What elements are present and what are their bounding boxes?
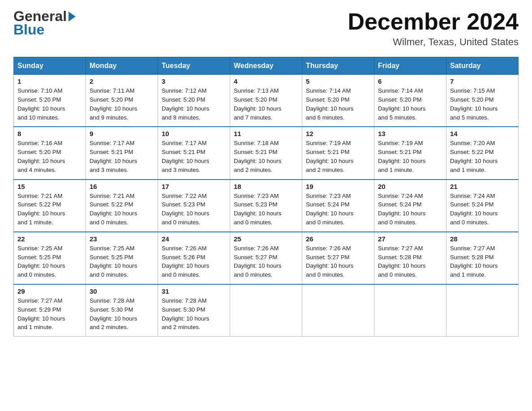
day-number: 7: [450, 77, 515, 85]
day-number: 24: [162, 235, 226, 243]
day-info: Sunrise: 7:10 AM Sunset: 5:20 PM Dayligh…: [17, 86, 82, 122]
day-info: Sunrise: 7:17 AM Sunset: 5:21 PM Dayligh…: [90, 139, 154, 174]
calendar-cell: 13 Sunrise: 7:19 AM Sunset: 5:21 PM Dayl…: [374, 127, 446, 179]
calendar-week-row: 15 Sunrise: 7:21 AM Sunset: 5:22 PM Dayl…: [14, 180, 519, 232]
day-info: Sunrise: 7:22 AM Sunset: 5:23 PM Dayligh…: [162, 192, 226, 227]
col-saturday: Saturday: [446, 57, 519, 75]
location-title: Wilmer, Texas, United States: [348, 36, 519, 48]
logo-blue-text: Blue: [13, 22, 76, 37]
calendar-cell: 17 Sunrise: 7:22 AM Sunset: 5:23 PM Dayl…: [158, 180, 230, 232]
col-monday: Monday: [86, 57, 158, 75]
day-number: 31: [162, 287, 226, 295]
calendar-cell: 14 Sunrise: 7:20 AM Sunset: 5:22 PM Dayl…: [446, 127, 519, 179]
day-number: 17: [162, 183, 226, 190]
day-number: 23: [90, 235, 154, 243]
calendar-cell: 15 Sunrise: 7:21 AM Sunset: 5:22 PM Dayl…: [14, 180, 86, 232]
month-title: December 2024: [348, 9, 519, 34]
calendar-cell: 26 Sunrise: 7:26 AM Sunset: 5:27 PM Dayl…: [302, 232, 374, 284]
calendar-cell: [446, 284, 519, 337]
logo: General Blue: [13, 9, 76, 37]
calendar-header-row: Sunday Monday Tuesday Wednesday Thursday…: [14, 57, 519, 75]
calendar-cell: 7 Sunrise: 7:15 AM Sunset: 5:20 PM Dayli…: [446, 75, 519, 127]
calendar-cell: 10 Sunrise: 7:17 AM Sunset: 5:21 PM Dayl…: [158, 127, 230, 179]
calendar-cell: 18 Sunrise: 7:23 AM Sunset: 5:23 PM Dayl…: [230, 180, 302, 232]
day-number: 9: [90, 130, 154, 137]
day-number: 4: [234, 77, 298, 85]
day-info: Sunrise: 7:21 AM Sunset: 5:22 PM Dayligh…: [90, 192, 154, 227]
calendar-cell: 22 Sunrise: 7:25 AM Sunset: 5:25 PM Dayl…: [14, 232, 86, 284]
calendar-cell: 30 Sunrise: 7:28 AM Sunset: 5:30 PM Dayl…: [86, 284, 158, 337]
day-info: Sunrise: 7:19 AM Sunset: 5:21 PM Dayligh…: [306, 139, 370, 174]
calendar-cell: 8 Sunrise: 7:16 AM Sunset: 5:20 PM Dayli…: [14, 127, 86, 179]
day-number: 28: [450, 235, 515, 243]
day-info: Sunrise: 7:13 AM Sunset: 5:20 PM Dayligh…: [234, 86, 298, 122]
day-number: 5: [306, 77, 370, 85]
day-info: Sunrise: 7:14 AM Sunset: 5:20 PM Dayligh…: [378, 86, 442, 122]
calendar-cell: 11 Sunrise: 7:18 AM Sunset: 5:21 PM Dayl…: [230, 127, 302, 179]
col-tuesday: Tuesday: [158, 57, 230, 75]
calendar-cell: 1 Sunrise: 7:10 AM Sunset: 5:20 PM Dayli…: [14, 75, 86, 127]
calendar-cell: 19 Sunrise: 7:23 AM Sunset: 5:24 PM Dayl…: [302, 180, 374, 232]
day-number: 21: [450, 183, 515, 190]
day-info: Sunrise: 7:28 AM Sunset: 5:30 PM Dayligh…: [162, 296, 226, 332]
calendar-cell: 6 Sunrise: 7:14 AM Sunset: 5:20 PM Dayli…: [374, 75, 446, 127]
day-info: Sunrise: 7:27 AM Sunset: 5:28 PM Dayligh…: [378, 244, 442, 279]
calendar-cell: 12 Sunrise: 7:19 AM Sunset: 5:21 PM Dayl…: [302, 127, 374, 179]
day-number: 26: [306, 235, 370, 243]
calendar-cell: 3 Sunrise: 7:12 AM Sunset: 5:20 PM Dayli…: [158, 75, 230, 127]
col-wednesday: Wednesday: [230, 57, 302, 75]
calendar-cell: 29 Sunrise: 7:27 AM Sunset: 5:29 PM Dayl…: [14, 284, 86, 337]
day-number: 2: [90, 77, 154, 85]
day-info: Sunrise: 7:24 AM Sunset: 5:24 PM Dayligh…: [450, 192, 515, 227]
day-info: Sunrise: 7:18 AM Sunset: 5:21 PM Dayligh…: [234, 139, 298, 174]
day-info: Sunrise: 7:25 AM Sunset: 5:25 PM Dayligh…: [90, 244, 154, 279]
calendar-cell: 2 Sunrise: 7:11 AM Sunset: 5:20 PM Dayli…: [86, 75, 158, 127]
day-number: 8: [17, 130, 82, 137]
day-info: Sunrise: 7:14 AM Sunset: 5:20 PM Dayligh…: [306, 86, 370, 122]
day-info: Sunrise: 7:19 AM Sunset: 5:21 PM Dayligh…: [378, 139, 442, 174]
day-number: 29: [17, 287, 82, 295]
calendar-cell: 27 Sunrise: 7:27 AM Sunset: 5:28 PM Dayl…: [374, 232, 446, 284]
calendar-cell: 4 Sunrise: 7:13 AM Sunset: 5:20 PM Dayli…: [230, 75, 302, 127]
day-number: 30: [90, 287, 154, 295]
day-info: Sunrise: 7:12 AM Sunset: 5:20 PM Dayligh…: [162, 86, 226, 122]
col-thursday: Thursday: [302, 57, 374, 75]
day-number: 1: [17, 77, 82, 85]
day-info: Sunrise: 7:17 AM Sunset: 5:21 PM Dayligh…: [162, 139, 226, 174]
day-number: 6: [378, 77, 442, 85]
day-number: 12: [306, 130, 370, 137]
day-info: Sunrise: 7:27 AM Sunset: 5:28 PM Dayligh…: [450, 244, 515, 279]
calendar-cell: [230, 284, 302, 337]
title-block: December 2024 Wilmer, Texas, United Stat…: [348, 9, 519, 48]
day-number: 15: [17, 183, 82, 190]
day-info: Sunrise: 7:26 AM Sunset: 5:27 PM Dayligh…: [234, 244, 298, 279]
day-info: Sunrise: 7:16 AM Sunset: 5:20 PM Dayligh…: [17, 139, 82, 174]
calendar-week-row: 22 Sunrise: 7:25 AM Sunset: 5:25 PM Dayl…: [14, 232, 519, 284]
day-info: Sunrise: 7:26 AM Sunset: 5:26 PM Dayligh…: [162, 244, 226, 279]
calendar-week-row: 1 Sunrise: 7:10 AM Sunset: 5:20 PM Dayli…: [14, 75, 519, 127]
day-number: 16: [90, 183, 154, 190]
col-friday: Friday: [374, 57, 446, 75]
page-header: General Blue December 2024 Wilmer, Texas…: [13, 9, 519, 48]
calendar-cell: [302, 284, 374, 337]
calendar-cell: 20 Sunrise: 7:24 AM Sunset: 5:24 PM Dayl…: [374, 180, 446, 232]
day-info: Sunrise: 7:24 AM Sunset: 5:24 PM Dayligh…: [378, 192, 442, 227]
calendar-cell: 21 Sunrise: 7:24 AM Sunset: 5:24 PM Dayl…: [446, 180, 519, 232]
day-number: 10: [162, 130, 226, 137]
day-info: Sunrise: 7:27 AM Sunset: 5:29 PM Dayligh…: [17, 296, 82, 332]
day-number: 20: [378, 183, 442, 190]
day-number: 13: [378, 130, 442, 137]
col-sunday: Sunday: [14, 57, 86, 75]
calendar-cell: 23 Sunrise: 7:25 AM Sunset: 5:25 PM Dayl…: [86, 232, 158, 284]
calendar-week-row: 29 Sunrise: 7:27 AM Sunset: 5:29 PM Dayl…: [14, 284, 519, 337]
calendar-cell: [374, 284, 446, 337]
calendar-week-row: 8 Sunrise: 7:16 AM Sunset: 5:20 PM Dayli…: [14, 127, 519, 179]
day-number: 22: [17, 235, 82, 243]
day-info: Sunrise: 7:23 AM Sunset: 5:23 PM Dayligh…: [234, 192, 298, 227]
day-info: Sunrise: 7:20 AM Sunset: 5:22 PM Dayligh…: [450, 139, 515, 174]
calendar-table: Sunday Monday Tuesday Wednesday Thursday…: [13, 57, 519, 337]
calendar-cell: 25 Sunrise: 7:26 AM Sunset: 5:27 PM Dayl…: [230, 232, 302, 284]
day-number: 19: [306, 183, 370, 190]
day-number: 3: [162, 77, 226, 85]
day-info: Sunrise: 7:11 AM Sunset: 5:20 PM Dayligh…: [90, 86, 154, 122]
